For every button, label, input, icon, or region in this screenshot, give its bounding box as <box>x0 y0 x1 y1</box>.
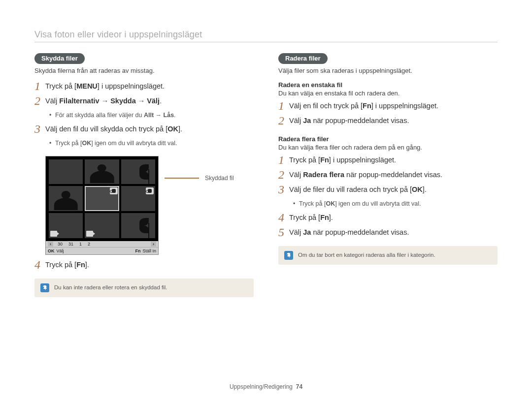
step: 3 Välj de filer du vill radera och tryck… <box>278 185 498 195</box>
callout-line <box>165 178 199 179</box>
single-desc: Du kan välja en enstaka fil och radera d… <box>278 90 498 97</box>
ok-glyph: OK <box>326 200 335 207</box>
manual-page: Visa foton eller videor i uppspelningslä… <box>0 0 532 401</box>
title-rule <box>34 42 498 42</box>
step-text: Tryck på [Fn] i uppspelningsläget. <box>289 155 396 166</box>
thumb <box>121 213 155 238</box>
camera-screenshot: ‹ 30 31 1 2 › OK Välj Fn Ställ In <box>45 156 159 255</box>
sub-bullets: Tryck på [OK] igen om du vill avbryta di… <box>49 139 254 148</box>
two-columns: Skydda filer Skydda filerna från att rad… <box>34 53 498 297</box>
video-icon <box>50 231 57 237</box>
right-column: Radera filer Välja filer som ska raderas… <box>278 53 498 297</box>
lock-icon <box>146 187 154 194</box>
subhead-single: Radera en enstaka fil <box>278 81 498 89</box>
video-icon <box>86 231 93 237</box>
info-icon <box>40 283 49 292</box>
protect-steps-end: 4 Tryck på [Fn]. <box>34 260 254 271</box>
step-number: 1 <box>278 100 289 112</box>
step-number: 1 <box>34 80 45 92</box>
sub-bullets: För att skydda alla filer väljer du Allt… <box>49 111 254 120</box>
step: 2 Välj Radera flera när popup-meddelande… <box>278 170 498 181</box>
lock-icon <box>110 187 118 194</box>
step-text: Välj de filer du vill radera och tryck p… <box>289 185 427 195</box>
step: 3 Välj den fil du vill skydda och tryck … <box>34 124 254 135</box>
subhead-multi: Radera flera filer <box>278 135 498 143</box>
thumb <box>49 186 83 211</box>
step-number: 3 <box>34 123 45 135</box>
protect-figure: ‹ 30 31 1 2 › OK Välj Fn Ställ In <box>45 156 254 255</box>
delete-multi-steps-cont: 4 Tryck på [Fn]. 5 Välj Ja när popup-med… <box>278 213 498 238</box>
fn-glyph: Fn <box>320 156 329 164</box>
callout-label: Skyddad fil <box>205 175 234 182</box>
fn-glyph: Fn <box>320 214 329 221</box>
thumb <box>49 213 83 238</box>
step-text: Tryck på [Fn]. <box>289 213 333 223</box>
step: 1 Välj en fil och tryck på [Fn] i uppspe… <box>278 101 498 112</box>
fn-glyph: Fn <box>76 261 85 269</box>
step-text: Välj Ja när popup-meddelandet visas. <box>289 227 409 238</box>
step: 4 Tryck på [Fn]. <box>34 260 254 271</box>
delete-single-steps: 1 Välj en fil och tryck på [Fn] i uppspe… <box>278 101 498 126</box>
page-title: Visa foton eller videor i uppspelningslä… <box>34 30 498 40</box>
bullet: För att skydda alla filer väljer du Allt… <box>49 111 254 120</box>
step-number: 4 <box>278 212 289 223</box>
info-note: Om du tar bort en kategori raderas alla … <box>278 246 498 265</box>
thumb <box>121 159 155 185</box>
nav-right-icon: › <box>151 242 156 247</box>
fn-glyph: Fn <box>135 248 140 253</box>
step-text: Välj Ja när popup-meddelandet visas. <box>289 116 409 126</box>
protect-steps-cont: 3 Välj den fil du vill skydda och tryck … <box>34 124 254 135</box>
step-number: 1 <box>278 154 289 166</box>
page-footer: Uppspelning/Redigering 74 <box>0 383 532 390</box>
note-text: Om du tar bort en kategori raderas alla … <box>298 251 435 259</box>
fn-glyph: Fn <box>363 102 371 110</box>
step: 5 Välj Ja när popup-meddelandet visas. <box>278 227 498 238</box>
step-text: Tryck på [Fn]. <box>45 260 89 271</box>
thumb-grid <box>46 156 158 241</box>
section-pill-delete: Radera filer <box>278 53 328 64</box>
left-column: Skydda filer Skydda filerna från att rad… <box>34 53 254 297</box>
step-text: Välj Radera flera när popup-meddelandet … <box>289 170 442 181</box>
step-text: Välj en fil och tryck på [Fn] i uppspeln… <box>289 101 438 112</box>
delete-intro: Välja filer som ska raderas i uppspelnin… <box>278 67 498 74</box>
step-text: Tryck på [MENU] i uppspelningsläget. <box>45 81 165 92</box>
step: 4 Tryck på [Fn]. <box>278 213 498 223</box>
protect-steps: 1 Tryck på [MENU] i uppspelningsläget. 2… <box>34 81 254 107</box>
bullet: Tryck på [OK] igen om du vill avbryta di… <box>293 199 498 209</box>
delete-multi-steps: 1 Tryck på [Fn] i uppspelningsläget. 2 V… <box>278 155 498 195</box>
step-number: 3 <box>278 184 289 195</box>
info-icon <box>284 251 293 260</box>
thumb <box>85 213 119 238</box>
step-number: 4 <box>34 259 45 271</box>
ok-glyph: OK <box>167 125 178 133</box>
step-number: 2 <box>278 115 289 126</box>
step-number: 2 <box>278 169 289 181</box>
thumb <box>85 159 119 185</box>
ok-glyph: OK <box>412 185 423 193</box>
thumb <box>121 186 155 211</box>
step: 2 Välj Ja när popup-meddelandet visas. <box>278 116 498 126</box>
thumb-selected <box>85 186 119 211</box>
nav-left-icon: ‹ <box>48 242 53 247</box>
bullet: Tryck på [OK] igen om du vill avbryta di… <box>49 139 254 148</box>
step: 1 Tryck på [MENU] i uppspelningsläget. <box>34 81 254 92</box>
info-note: Du kan inte radera eller rotera en skydd… <box>34 278 254 297</box>
section-pill-protect: Skydda filer <box>34 53 85 64</box>
note-text: Du kan inte radera eller rotera en skydd… <box>54 283 167 291</box>
step: 2 Välj Filalternativ → Skydda → Välj. <box>34 96 254 107</box>
step-text: Välj den fil du vill skydda och tryck på… <box>45 124 182 135</box>
menu-glyph: MENU <box>76 82 98 90</box>
date-bar: ‹ 30 31 1 2 › <box>46 241 158 247</box>
step-number: 5 <box>278 226 289 238</box>
step-text: Välj Filalternativ → Skydda → Välj. <box>45 96 162 107</box>
sub-bullets: Tryck på [OK] igen om du vill avbryta di… <box>293 199 498 209</box>
screenshot-footer: OK Välj Fn Ställ In <box>46 247 158 254</box>
step: 1 Tryck på [Fn] i uppspelningsläget. <box>278 155 498 166</box>
ok-glyph: OK <box>48 248 55 253</box>
ok-glyph: OK <box>82 140 91 147</box>
multi-desc: Du kan välja flera filer och radera dem … <box>278 144 498 151</box>
step-number: 2 <box>34 95 45 107</box>
protect-intro: Skydda filerna från att raderas av misst… <box>34 67 254 74</box>
thumb <box>49 159 83 185</box>
